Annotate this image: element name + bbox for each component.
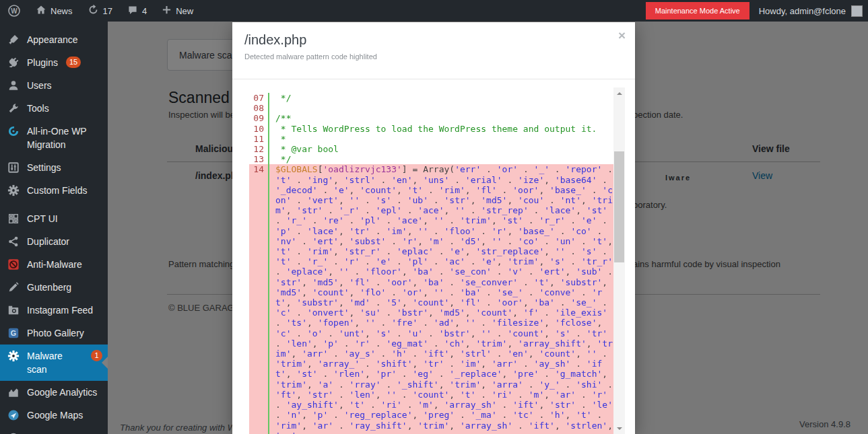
camera-icon: [7, 303, 20, 317]
sidebar-item-plugins[interactable]: Plugins15: [0, 51, 108, 74]
sidebar-item-label: Anti-Malware: [27, 258, 82, 271]
sidebar-item-label: Photo Gallery: [27, 326, 84, 340]
code-view: 07 */0809/**10 * Tells WordPress to load…: [249, 87, 613, 434]
updates-indicator[interactable]: 17: [80, 0, 120, 22]
line-number: 12: [249, 144, 269, 154]
comment-count: 4: [142, 6, 147, 16]
close-icon[interactable]: ×: [618, 29, 626, 42]
share-icon: [7, 235, 20, 248]
sidebar-item-google-maps[interactable]: Google Maps: [0, 404, 108, 427]
sidebar-item-label: Google Maps: [27, 408, 83, 422]
sidebar-item-instagram-feed[interactable]: Instagram Feed: [0, 299, 108, 322]
sidebar-item-gutenberg[interactable]: Gutenberg: [0, 276, 108, 299]
new-label: New: [176, 6, 193, 16]
code-line-11: 11 *: [249, 134, 613, 144]
sidebar-item-label: Malware scan: [27, 349, 83, 376]
modal-body: 07 */0809/**10 * Tells WordPress to load…: [249, 87, 625, 434]
code-text: /**: [269, 113, 613, 123]
line-number: 10: [249, 124, 269, 134]
line-number: 09: [249, 113, 269, 123]
sidebar-item-malware-scan[interactable]: Malware scan1: [0, 345, 108, 381]
svg-text:W: W: [11, 7, 18, 15]
admin-bar: W News 17 4 New Maintenance Mode Active …: [0, 0, 868, 22]
sidebar-item-label: Tools: [27, 102, 49, 115]
sidebar-item-all-in-one-wp-migration[interactable]: All-in-One WP Migration: [0, 120, 108, 156]
gallery-icon: G: [7, 326, 20, 340]
sidebar-item-label: Plugins: [27, 56, 58, 69]
sidebar-item-anti-malware[interactable]: Anti-Malware: [0, 253, 108, 276]
migration-icon: [7, 124, 20, 138]
code-text: [269, 103, 613, 113]
pencil-icon: [7, 281, 20, 294]
sidebar-item-label: CPT UI: [27, 212, 58, 225]
admin-sidebar: AppearancePlugins15UsersToolsAll-in-One …: [0, 22, 108, 434]
code-text: *: [269, 134, 613, 144]
scroll-up-icon[interactable]: [613, 87, 625, 99]
sidebar-item-label: Custom Fields: [27, 184, 87, 197]
active-item-arrow: [96, 357, 108, 369]
avatar: [851, 5, 863, 17]
sidebar-item-custom-fields[interactable]: Custom Fields: [0, 179, 108, 202]
scroll-down-icon[interactable]: [613, 423, 625, 434]
home-icon: [36, 5, 46, 17]
code-line-09: 09/**: [249, 113, 613, 123]
comment-icon: [127, 5, 138, 17]
line-number: 08: [249, 103, 269, 113]
sidebar-item-photo-gallery[interactable]: GPhoto Gallery: [0, 322, 108, 345]
code-text: */: [269, 93, 613, 103]
antimalware-icon: [7, 258, 20, 271]
code-text: * @var bool: [269, 144, 613, 154]
line-number: 13: [249, 154, 269, 164]
sidebar-item-cpt-ui[interactable]: CPT UI: [0, 207, 108, 230]
code-text: $GLOBALS['oadlizrvjc133'] = Array('err' …: [269, 164, 613, 434]
modal-header: /index.php Detected malware pattern code…: [232, 22, 635, 79]
comments-indicator[interactable]: 4: [120, 0, 154, 22]
sidebar-item-label: Collapse menu: [27, 431, 90, 434]
wordpress-logo-icon[interactable]: W: [0, 0, 28, 22]
line-number: 14: [249, 164, 269, 434]
line-number: 07: [249, 93, 269, 103]
code-line-08: 08: [249, 103, 613, 113]
sidebar-item-label: Duplicator: [27, 235, 69, 248]
sidebar-item-label: Settings: [27, 161, 61, 174]
sidebar-item-label: Appearance: [27, 33, 78, 46]
sidebar-item-appearance[interactable]: Appearance: [0, 28, 108, 51]
howdy-label: Howdy, admin@fclone: [759, 6, 846, 16]
collapse-icon: [7, 431, 20, 434]
code-text: */: [269, 154, 613, 164]
code-line-10: 10 * Tells WordPress to load the WordPre…: [249, 124, 613, 134]
sidebar-item-label: All-in-One WP Migration: [27, 124, 102, 151]
users-icon: [7, 79, 20, 92]
code-text: * Tells WordPress to load the WordPress …: [269, 124, 613, 134]
sidebar-item-tools[interactable]: Tools: [0, 97, 108, 120]
chart-icon: [7, 386, 20, 399]
sidebar-item-label: Instagram Feed: [27, 303, 93, 317]
sidebar-item-users[interactable]: Users: [0, 74, 108, 97]
site-menu-label: News: [51, 6, 73, 16]
code-line-14: 14$GLOBALS['oadlizrvjc133'] = Array('err…: [249, 164, 613, 434]
account-menu[interactable]: Howdy, admin@fclone: [759, 5, 868, 17]
code-scrollbar[interactable]: [613, 87, 625, 434]
wrench-icon: [7, 102, 20, 115]
map-icon: [7, 408, 20, 422]
site-menu[interactable]: News: [28, 0, 80, 22]
plugin-icon: [7, 56, 20, 69]
sidebar-item-duplicator[interactable]: Duplicator: [0, 230, 108, 253]
sidebar-item-collapse-menu[interactable]: Collapse menu: [0, 427, 108, 434]
grid-icon: [7, 212, 20, 225]
maintenance-mode-badge[interactable]: Maintenance Mode Active: [646, 2, 749, 20]
malware-detail-modal: /index.php Detected malware pattern code…: [232, 22, 635, 434]
sidebar-item-settings[interactable]: Settings: [0, 156, 108, 179]
modal-title: /index.php: [244, 32, 623, 48]
code-line-12: 12 * @var bool: [249, 144, 613, 154]
sidebar-item-label: Gutenberg: [27, 281, 71, 294]
new-content-menu[interactable]: New: [154, 0, 201, 22]
scrollbar-thumb[interactable]: [614, 151, 624, 262]
sidebar-item-google-analytics[interactable]: Google Analytics: [0, 381, 108, 404]
modal-subtitle: Detected malware pattern code highlited: [244, 52, 623, 61]
code-line-07: 07 */: [249, 93, 613, 103]
gear-icon: [7, 349, 20, 363]
code-line-13: 13 */: [249, 154, 613, 164]
update-count: 17: [103, 6, 112, 16]
count-badge: 15: [66, 57, 81, 68]
